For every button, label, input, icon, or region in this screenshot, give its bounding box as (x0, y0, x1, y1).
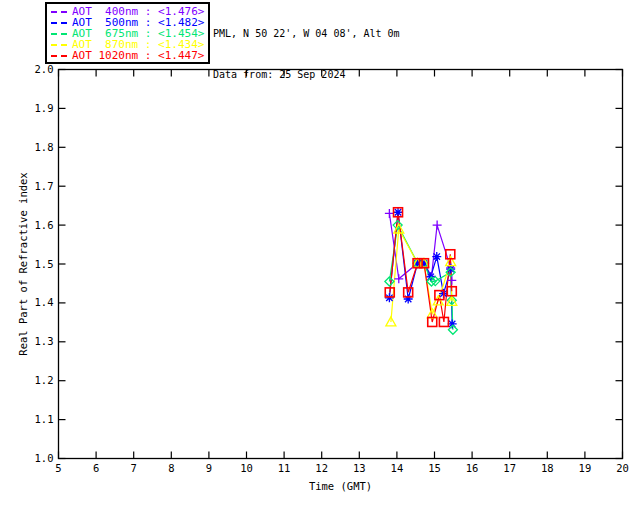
legend-line-sample (51, 22, 67, 24)
x-tick-label: 9 (206, 462, 212, 474)
x-tick-label: 10 (240, 462, 253, 474)
legend-line-sample (51, 33, 67, 35)
x-axis-title: Time (GMT) (309, 480, 372, 492)
asterisk-marker (432, 252, 441, 261)
y-tick-label: 1.3 (35, 335, 54, 347)
asterisk-marker (385, 293, 394, 302)
plot-frame (59, 70, 623, 459)
legend-line-sample (51, 44, 67, 46)
x-tick-label: 14 (391, 462, 404, 474)
x-tick-label: 17 (503, 462, 516, 474)
data-date: Data from: 25 Sep 2024 (213, 69, 400, 80)
y-tick-label: 2.0 (35, 63, 54, 75)
x-tick-label: 6 (93, 462, 99, 474)
x-tick-label: 7 (131, 462, 137, 474)
y-axis-title: Real Part of Refractive index (17, 172, 29, 355)
y-tick-label: 1.9 (35, 102, 54, 114)
x-tick-label: 5 (55, 462, 61, 474)
legend-line-sample (51, 11, 67, 13)
x-tick-label: 8 (168, 462, 174, 474)
legend-label: AOT 1020nm : <1.447> (72, 50, 204, 61)
y-tick-label: 1.0 (35, 452, 54, 464)
plot-window: AOT 400nm : <1.476>AOT 500nm : <1.482>AO… (0, 0, 640, 512)
x-tick-label: 13 (353, 462, 366, 474)
y-tick-label: 1.6 (35, 219, 54, 231)
y-tick-label: 1.7 (35, 180, 54, 192)
legend-box: AOT 400nm : <1.476>AOT 500nm : <1.482>AO… (45, 2, 210, 64)
x-tick-label: 11 (278, 462, 291, 474)
y-tick-label: 1.2 (35, 374, 54, 386)
asterisk-marker (404, 295, 413, 304)
x-tick-label: 19 (579, 462, 592, 474)
plus-marker (433, 221, 442, 230)
legend-entry: AOT 1020nm : <1.447> (51, 50, 204, 61)
plot-header: PML, N 50 22', W 04 08', Alt 0m Data fro… (213, 6, 400, 110)
x-tick-label: 12 (315, 462, 328, 474)
x-tick-label: 18 (541, 462, 554, 474)
x-tick-label: 20 (616, 462, 629, 474)
y-tick-label: 1.8 (35, 141, 54, 153)
station-info: PML, N 50 22', W 04 08', Alt 0m (213, 28, 400, 39)
y-tick-label: 1.4 (35, 296, 54, 308)
x-tick-label: 16 (466, 462, 479, 474)
y-tick-label: 1.5 (35, 258, 54, 270)
plus-marker (385, 209, 394, 218)
legend-line-sample (51, 55, 67, 57)
asterisk-marker (394, 208, 403, 217)
x-tick-label: 15 (428, 462, 441, 474)
y-tick-label: 1.1 (35, 413, 54, 425)
